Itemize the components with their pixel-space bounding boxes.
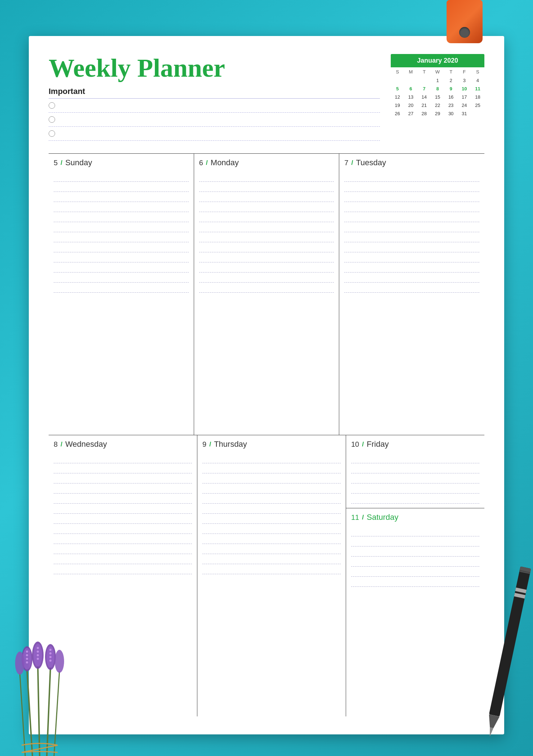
important-item-1 (49, 99, 380, 113)
friday-lines (351, 453, 479, 504)
day-monday: 6 / Monday (194, 154, 340, 435)
day-thursday: 9 / Thursday (197, 435, 346, 716)
sharpener-decoration (447, 0, 483, 43)
important-section: Important (49, 87, 380, 141)
svg-marker-29 (487, 714, 500, 729)
friday-name: Friday (367, 440, 389, 449)
cal-day-m: M (404, 67, 417, 76)
svg-rect-25 (489, 566, 531, 716)
wednesday-header: 8 / Wednesday (54, 440, 192, 449)
tuesday-name: Tuesday (356, 158, 386, 167)
svg-point-18 (37, 651, 39, 653)
cal-day-s2: S (471, 67, 484, 76)
calendar-header-row: S M T W T F S (391, 67, 484, 76)
flowers-decoration (0, 576, 79, 756)
svg-line-1 (38, 666, 40, 756)
planner-paper: Weekly Planner Important January 2020 (29, 36, 504, 734)
svg-point-11 (15, 652, 24, 675)
thursday-lines (202, 453, 341, 574)
saturday-name: Saturday (367, 513, 398, 522)
cal-week-3: 12 13 14 15 16 17 18 (391, 93, 484, 101)
svg-line-4 (54, 671, 59, 756)
monday-name: Monday (211, 158, 239, 167)
sunday-name: Sunday (65, 158, 92, 167)
planner-title: Weekly Planner (49, 54, 380, 82)
cal-week-4: 19 20 21 22 23 24 25 (391, 101, 484, 109)
svg-line-2 (47, 668, 50, 756)
checkbox-1[interactable] (49, 102, 55, 109)
checkbox-3[interactable] (49, 130, 55, 137)
sunday-number: 5 (54, 159, 58, 167)
svg-point-16 (26, 661, 28, 663)
svg-point-20 (37, 658, 39, 660)
title-section: Weekly Planner Important (49, 54, 380, 146)
day-friday: 10 / Friday (346, 435, 484, 508)
planner-header: Weekly Planner Important January 2020 (49, 54, 484, 146)
svg-point-15 (26, 658, 28, 660)
cal-week-1: 1 2 3 4 (391, 76, 484, 85)
svg-point-13 (26, 651, 28, 653)
svg-point-23 (49, 656, 51, 658)
days-row-2: 8 / Wednesday (49, 435, 484, 716)
important-label: Important (49, 87, 380, 99)
tuesday-number: 7 (344, 159, 348, 167)
tuesday-header: 7 / Tuesday (344, 158, 479, 167)
sunday-lines (54, 172, 189, 293)
svg-marker-30 (488, 728, 493, 737)
monday-header: 6 / Monday (199, 158, 334, 167)
friday-header: 10 / Friday (351, 440, 479, 449)
calendar-grid: S M T W T F S (391, 67, 484, 118)
important-item-3 (49, 127, 380, 141)
monday-number: 6 (199, 159, 203, 167)
saturday-header: 11 / Saturday (351, 513, 479, 522)
svg-line-0 (27, 670, 32, 756)
sunday-header: 5 / Sunday (54, 158, 189, 167)
wednesday-name: Wednesday (65, 440, 107, 449)
friday-number: 10 (351, 440, 359, 449)
svg-point-21 (49, 649, 51, 651)
day-saturday: 11 / Saturday (346, 508, 484, 716)
cal-week-5: 26 27 28 29 30 31 (391, 109, 484, 118)
cal-week-2: 5 6 7 8 9 10 11 (391, 85, 484, 93)
svg-point-12 (55, 650, 64, 673)
calendar-month-year: January 2020 (391, 54, 484, 67)
wednesday-number: 8 (54, 440, 58, 449)
saturday-lines (351, 526, 479, 587)
thursday-number: 9 (202, 440, 206, 449)
calendar-body: 1 2 3 4 5 6 7 8 9 10 11 (391, 76, 484, 118)
tuesday-lines (344, 172, 479, 293)
day-tuesday: 7 / Tuesday (339, 154, 484, 435)
important-item-2 (49, 113, 380, 127)
svg-line-3 (20, 673, 25, 756)
svg-point-17 (37, 647, 39, 649)
cal-day-t2: T (444, 67, 458, 76)
monday-lines (199, 172, 334, 293)
cal-day-t1: T (417, 67, 431, 76)
svg-point-19 (37, 654, 39, 656)
mini-calendar: January 2020 S M T W T F S (391, 54, 484, 118)
pen-decoration (475, 557, 504, 738)
svg-point-24 (49, 660, 51, 662)
cal-day-f: F (458, 67, 471, 76)
friday-saturday-column: 10 / Friday 11 / (346, 435, 484, 716)
saturday-number: 11 (351, 513, 359, 522)
thursday-header: 9 / Thursday (202, 440, 341, 449)
day-sunday: 5 / Sunday (49, 154, 194, 435)
checkbox-2[interactable] (49, 116, 55, 123)
thursday-name: Thursday (214, 440, 247, 449)
svg-point-22 (49, 652, 51, 654)
cal-day-w: W (431, 67, 444, 76)
wednesday-lines (54, 453, 192, 574)
days-row-1: 5 / Sunday (49, 153, 484, 435)
cal-day-s1: S (391, 67, 404, 76)
svg-point-14 (26, 654, 28, 656)
